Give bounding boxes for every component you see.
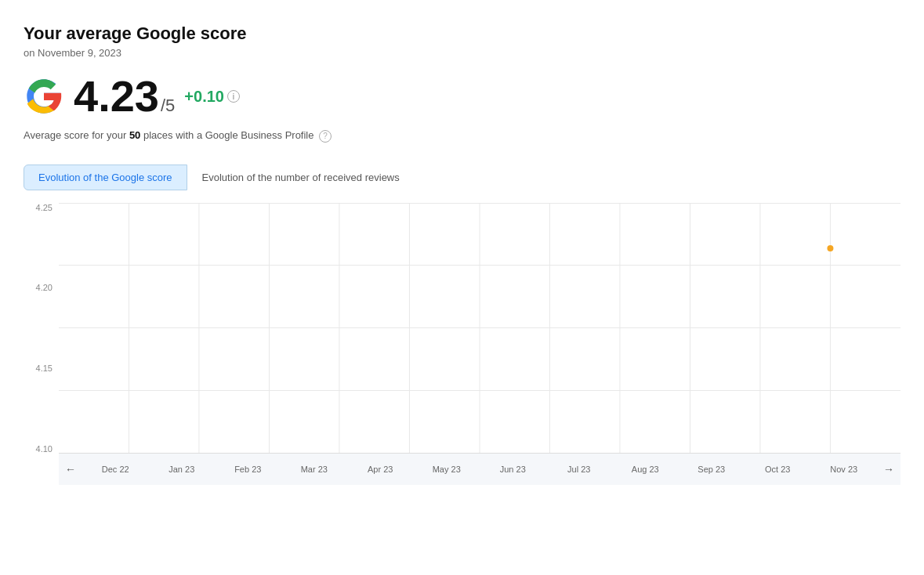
chart-end-dot	[827, 245, 833, 251]
x-label-jan23: Jan 23	[149, 465, 216, 474]
chart-inner	[59, 203, 900, 454]
x-axis: ← Dec 22 Jan 23 Feb 23 Mar 23 Apr 23 May…	[59, 454, 900, 485]
next-arrow[interactable]: →	[877, 463, 900, 476]
avg-help-icon[interactable]: ?	[319, 130, 332, 143]
delta-info-icon[interactable]: i	[227, 90, 240, 103]
date-label: on November 9, 2023	[24, 47, 900, 59]
avg-label: Average score for your 50 places with a …	[24, 129, 900, 143]
x-label-jul23: Jul 23	[546, 465, 613, 474]
avg-places: 50	[129, 129, 140, 141]
score-delta: +0.10 i	[184, 88, 240, 106]
y-label-2: 4.15	[24, 363, 59, 373]
x-label-sep23: Sep 23	[679, 465, 745, 474]
chart-area: 4.25 4.20 4.15 4.10	[24, 203, 900, 485]
x-label-jun23: Jun 23	[480, 465, 546, 474]
delta-value: +0.10	[184, 88, 224, 106]
score-display: 4.23 /5	[74, 74, 175, 118]
tabs-row: Evolution of the Google score Evolution …	[24, 165, 900, 190]
avg-prefix: Average score for your	[24, 129, 129, 141]
tab-reviews-count[interactable]: Evolution of the number of received revi…	[187, 165, 415, 190]
avg-suffix: places with a Google Business Profile	[140, 129, 313, 141]
x-label-mar23: Mar 23	[281, 465, 348, 474]
header-section: Your average Google score on November 9,…	[24, 24, 900, 59]
score-denominator: /5	[161, 96, 175, 116]
x-label-aug23: Aug 23	[612, 465, 679, 474]
y-label-3: 4.20	[24, 283, 59, 292]
chart-svg	[59, 203, 900, 453]
prev-arrow[interactable]: ←	[59, 463, 82, 476]
x-label-dec22: Dec 22	[82, 465, 149, 474]
google-logo	[24, 76, 64, 117]
y-axis: 4.25 4.20 4.15 4.10	[24, 203, 59, 454]
x-label-feb23: Feb 23	[215, 465, 281, 474]
score-value: 4.23	[74, 74, 159, 118]
page-title: Your average Google score	[24, 24, 900, 44]
x-label-nov23: Nov 23	[811, 465, 878, 474]
tab-google-score[interactable]: Evolution of the Google score	[24, 165, 187, 190]
x-label-may23: May 23	[414, 465, 480, 474]
score-row: 4.23 /5 +0.10 i	[24, 74, 900, 118]
x-label-apr23: Apr 23	[347, 465, 414, 474]
chart-container: 4.25 4.20 4.15 4.10	[24, 203, 900, 485]
x-label-oct23: Oct 23	[745, 465, 811, 474]
y-label-4: 4.25	[24, 203, 59, 212]
y-label-1: 4.10	[24, 444, 59, 454]
